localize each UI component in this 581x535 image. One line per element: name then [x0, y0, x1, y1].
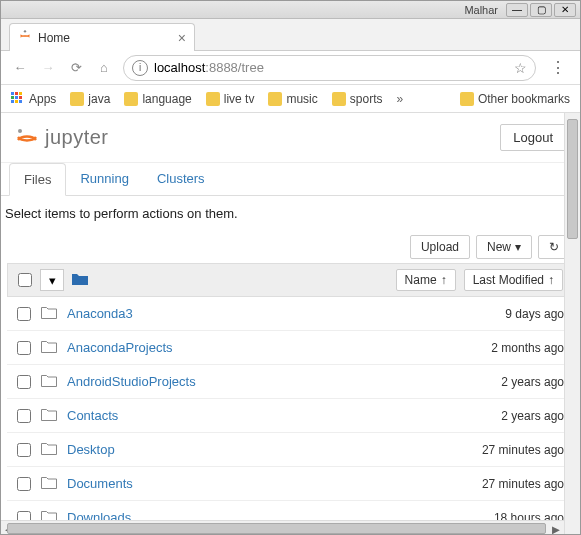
bookmark-sports[interactable]: sports [332, 92, 383, 106]
row-checkbox[interactable] [17, 443, 31, 457]
bookmark-language[interactable]: language [124, 92, 191, 106]
window-app-name: Malhar [464, 4, 498, 16]
page-content: jupyter Logout Files Running Clusters Se… [1, 113, 580, 535]
file-name-link[interactable]: Anaconda3 [67, 306, 133, 321]
breadcrumb-folder-icon[interactable] [72, 272, 88, 289]
tab-running[interactable]: Running [66, 163, 142, 195]
jupyter-favicon-icon [18, 29, 32, 46]
select-all-checkbox[interactable] [18, 273, 32, 287]
address-bar[interactable]: i localhost:8888/tree ☆ [123, 55, 536, 81]
table-row: AnacondaProjects2 months ago [7, 331, 574, 365]
file-list-header: ▾ Name ↑ Last Modified ↑ [7, 263, 574, 297]
table-row: Contacts2 years ago [7, 399, 574, 433]
apps-grid-icon [11, 92, 25, 106]
window-titlebar: Malhar — ▢ ✕ [1, 1, 580, 19]
action-buttons: Upload New ▾ ↻ [1, 231, 580, 263]
row-checkbox[interactable] [17, 375, 31, 389]
folder-outline-icon [41, 340, 57, 356]
table-row: Documents27 minutes ago [7, 467, 574, 501]
close-tab-icon[interactable]: × [178, 30, 186, 46]
logout-button[interactable]: Logout [500, 124, 566, 151]
folder-outline-icon [41, 374, 57, 390]
table-row: Desktop27 minutes ago [7, 433, 574, 467]
file-name-link[interactable]: Desktop [67, 442, 115, 457]
browser-toolbar: ← → ⟳ ⌂ i localhost:8888/tree ☆ ⋮ [1, 51, 580, 85]
file-modified-time: 9 days ago [505, 307, 564, 321]
browser-tab-title: Home [38, 31, 172, 45]
select-dropdown[interactable]: ▾ [40, 269, 64, 291]
sort-name-button[interactable]: Name ↑ [396, 269, 456, 291]
caret-down-icon: ▾ [515, 240, 521, 254]
folder-outline-icon [41, 476, 57, 492]
info-icon[interactable]: i [132, 60, 148, 76]
folder-icon [70, 92, 84, 106]
back-button[interactable]: ← [11, 59, 29, 77]
scroll-right-icon[interactable]: ► [548, 521, 564, 535]
window-close-button[interactable]: ✕ [554, 3, 576, 17]
row-checkbox[interactable] [17, 477, 31, 491]
scroll-thumb[interactable] [567, 119, 578, 239]
file-name-link[interactable]: Contacts [67, 408, 118, 423]
folder-outline-icon [41, 408, 57, 424]
folder-icon [268, 92, 282, 106]
sort-modified-button[interactable]: Last Modified ↑ [464, 269, 563, 291]
jupyter-logo[interactable]: jupyter [15, 126, 109, 150]
other-bookmarks[interactable]: Other bookmarks [460, 92, 570, 106]
vertical-scrollbar[interactable] [564, 113, 580, 535]
row-checkbox[interactable] [17, 307, 31, 321]
table-row: Anaconda39 days ago [7, 297, 574, 331]
file-modified-time: 27 minutes ago [482, 477, 564, 491]
forward-button[interactable]: → [39, 59, 57, 77]
bookmark-star-icon[interactable]: ☆ [514, 60, 527, 76]
scroll-thumb[interactable] [7, 523, 546, 534]
tab-files[interactable]: Files [9, 163, 66, 196]
file-modified-time: 2 years ago [501, 375, 564, 389]
bookmarks-overflow[interactable]: » [396, 92, 403, 106]
browser-menu-button[interactable]: ⋮ [546, 58, 570, 77]
row-checkbox[interactable] [17, 341, 31, 355]
file-modified-time: 27 minutes ago [482, 443, 564, 457]
browser-tabstrip: Home × [1, 19, 580, 51]
file-modified-time: 2 years ago [501, 409, 564, 423]
row-checkbox[interactable] [17, 409, 31, 423]
bookmarks-bar: Apps java language live tv music sports … [1, 85, 580, 113]
arrow-up-icon: ↑ [548, 273, 554, 287]
file-list: Anaconda39 days agoAnacondaProjects2 mon… [7, 297, 574, 535]
url-text: localhost:8888/tree [154, 60, 264, 75]
table-row: AndroidStudioProjects2 years ago [7, 365, 574, 399]
jupyter-header: jupyter Logout [1, 113, 580, 163]
apps-shortcut[interactable]: Apps [11, 92, 56, 106]
jupyter-brand-text: jupyter [45, 126, 109, 149]
new-button[interactable]: New ▾ [476, 235, 532, 259]
svg-point-0 [24, 30, 26, 32]
window-minimize-button[interactable]: — [506, 3, 528, 17]
jupyter-logo-icon [15, 126, 39, 150]
folder-icon [124, 92, 138, 106]
bookmark-live-tv[interactable]: live tv [206, 92, 255, 106]
folder-icon [206, 92, 220, 106]
reload-button[interactable]: ⟳ [67, 59, 85, 77]
folder-icon [460, 92, 474, 106]
file-modified-time: 2 months ago [491, 341, 564, 355]
folder-outline-icon [41, 442, 57, 458]
caret-down-icon: ▾ [49, 273, 56, 288]
file-name-link[interactable]: AnacondaProjects [67, 340, 173, 355]
home-button[interactable]: ⌂ [95, 59, 113, 77]
browser-tab[interactable]: Home × [9, 23, 195, 51]
jupyter-tabs: Files Running Clusters [1, 163, 580, 196]
folder-outline-icon [41, 306, 57, 322]
horizontal-scrollbar[interactable]: ◄ ► [1, 520, 564, 535]
refresh-icon: ↻ [549, 240, 559, 254]
selection-hint: Select items to perform actions on them. [1, 196, 580, 231]
window-maximize-button[interactable]: ▢ [530, 3, 552, 17]
arrow-up-icon: ↑ [441, 273, 447, 287]
file-name-link[interactable]: Documents [67, 476, 133, 491]
bookmark-java[interactable]: java [70, 92, 110, 106]
svg-point-1 [18, 129, 22, 133]
file-name-link[interactable]: AndroidStudioProjects [67, 374, 196, 389]
bookmark-music[interactable]: music [268, 92, 317, 106]
tab-clusters[interactable]: Clusters [143, 163, 219, 195]
upload-button[interactable]: Upload [410, 235, 470, 259]
folder-icon [332, 92, 346, 106]
